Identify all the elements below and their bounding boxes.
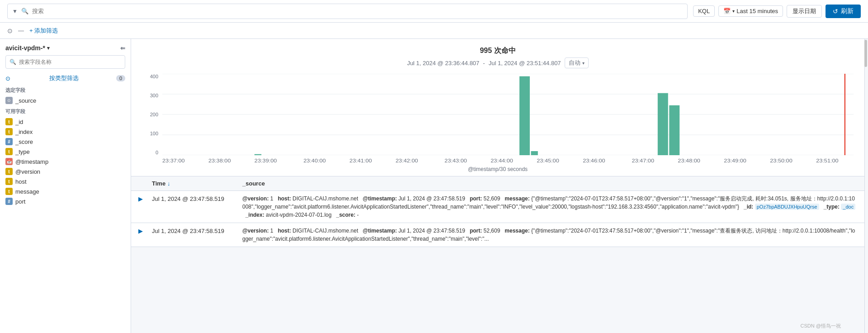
- row-time: Jul 1, 2024 @ 23:47:58.519: [152, 195, 242, 202]
- selected-fields-label: 选定字段: [0, 84, 131, 95]
- version-field-icon: t: [5, 168, 13, 175]
- type-filter[interactable]: ⊙ 按类型筛选 0: [0, 72, 131, 84]
- chart-date-start: Jul 1, 2024 @ 23:36:44.807: [407, 60, 479, 67]
- row-source: @version: 1 host: DIGITAL-CAIJ.mshome.ne…: [242, 195, 857, 219]
- add-filter-button[interactable]: + 添加筛选: [29, 27, 58, 35]
- index-field: _index: avicit-vpdm-2024-07-01.log: [245, 212, 335, 218]
- expand-row-button[interactable]: ▶: [138, 227, 152, 234]
- host-field-label: host: [15, 178, 27, 185]
- port-field-icon: #: [5, 198, 13, 205]
- host-field2: host: DIGITAL-CAIJ.mshome.net: [278, 228, 361, 234]
- svg-rect-6: [519, 76, 530, 155]
- chart-timestamp-label: @timestamp/30 seconds: [142, 166, 854, 172]
- calendar-icon: 📅: [723, 8, 731, 14]
- type-filter-icon: ⊙: [5, 75, 10, 82]
- expand-row-button[interactable]: ▶: [138, 195, 152, 202]
- host-field-icon: t: [5, 178, 13, 185]
- field-item-port[interactable]: # port: [0, 196, 131, 206]
- field-item-timestamp[interactable]: 📅 @timestamp: [0, 157, 131, 166]
- version-field2: @version: 1: [242, 228, 276, 234]
- score-field-label: _score: [15, 138, 33, 145]
- field-search-box[interactable]: 🔍: [5, 55, 125, 69]
- svg-text:23:42:00: 23:42:00: [396, 158, 418, 163]
- col-time-header[interactable]: Time ↓: [152, 180, 242, 187]
- id-field-icon: t: [5, 118, 13, 125]
- index-name[interactable]: avicit-vpdm-* ▾: [5, 44, 50, 52]
- score-field: _score: -: [336, 212, 359, 218]
- ts-field: @timestamp: Jul 1, 2024 @ 23:47:58.519: [363, 195, 468, 202]
- version-field-label: @version: [15, 168, 40, 175]
- auto-label: 自动: [569, 59, 580, 67]
- y-label-100: 100: [150, 131, 158, 136]
- index-chevron: ▾: [47, 45, 50, 51]
- toolbar-left: ▼ 🔍: [7, 4, 688, 19]
- chart-title: 995 次命中: [142, 46, 854, 56]
- refresh-button[interactable]: ↺ 刷新: [826, 5, 861, 18]
- time-picker[interactable]: 📅 ▾ Last 15 minutes: [718, 5, 783, 17]
- search-box[interactable]: ▼ 🔍: [7, 4, 688, 19]
- time-range-label: Last 15 minutes: [736, 8, 778, 14]
- auto-interval-selector[interactable]: 自动 ▾: [565, 57, 589, 68]
- field-search-input[interactable]: [19, 59, 121, 65]
- field-item-score[interactable]: # _score: [0, 137, 131, 147]
- type-field-label: _type: [15, 148, 30, 155]
- svg-rect-7: [531, 151, 538, 155]
- bars-svg: [162, 74, 854, 155]
- right-scrollbar[interactable]: [864, 39, 868, 333]
- circle-icon: ⊙: [7, 27, 13, 34]
- search-input[interactable]: [32, 8, 683, 14]
- port-field2: port: 52,609: [470, 228, 503, 234]
- field-item-index[interactable]: t _index: [0, 127, 131, 137]
- col-source-header: _source: [242, 180, 857, 187]
- chart-bars: [162, 74, 854, 155]
- top-toolbar: ▼ 🔍 KQL 📅 ▾ Last 15 minutes 显示日期 ↺ 刷新: [0, 0, 868, 23]
- timestamp-field-icon: 📅: [5, 158, 13, 165]
- field-item-id[interactable]: t _id: [0, 117, 131, 127]
- filter-bar: ⊙ — + 添加筛选: [0, 23, 868, 39]
- table-row: ▶ Jul 1, 2024 @ 23:47:58.519 @version: 1…: [131, 223, 864, 247]
- table-row-main[interactable]: ▶ Jul 1, 2024 @ 23:47:58.519 @version: 1…: [131, 191, 864, 223]
- sort-icon[interactable]: ↓: [167, 180, 170, 187]
- svg-text:23:48:00: 23:48:00: [678, 158, 700, 163]
- row-time: Jul 1, 2024 @ 23:47:58.519: [152, 227, 242, 234]
- svg-text:23:40:00: 23:40:00: [303, 158, 326, 163]
- field-item-source[interactable]: ⊙ _source: [0, 95, 131, 105]
- field-item-message[interactable]: t message: [0, 186, 131, 196]
- chart-date-end: Jul 1, 2024 @ 23:51:44.807: [489, 60, 561, 67]
- timestamp-field-label: @timestamp: [15, 158, 48, 165]
- host-field: host: DIGITAL-CAIJ.mshome.net: [278, 195, 361, 202]
- minus-icon: —: [18, 27, 24, 34]
- content-area: 995 次命中 Jul 1, 2024 @ 23:36:44.807 - Jul…: [131, 39, 864, 333]
- row-source: @version: 1 host: DIGITAL-CAIJ.mshome.ne…: [242, 227, 857, 243]
- scrollbar-thumb: [864, 40, 867, 67]
- field-item-version[interactable]: t @version: [0, 166, 131, 176]
- sidebar-index-header: avicit-vpdm-* ▾ ⇐: [0, 44, 131, 55]
- message-field-label: message: [15, 188, 39, 195]
- svg-text:23:38:00: 23:38:00: [208, 158, 231, 163]
- port-field-label: port: [15, 198, 25, 205]
- svg-text:23:49:00: 23:49:00: [724, 158, 746, 163]
- port-field: port: 52,609: [470, 195, 503, 202]
- svg-text:23:43:00: 23:43:00: [444, 158, 467, 163]
- field-item-host[interactable]: t host: [0, 176, 131, 186]
- field-search-icon: 🔍: [9, 59, 16, 65]
- svg-text:23:45:00: 23:45:00: [537, 158, 559, 163]
- source-icon: ⊙: [5, 97, 13, 104]
- refresh-label: 刷新: [841, 7, 854, 15]
- svg-text:23:44:00: 23:44:00: [491, 158, 513, 163]
- show-date-button[interactable]: 显示日期: [787, 5, 822, 18]
- svg-text:23:50:00: 23:50:00: [770, 158, 793, 163]
- svg-rect-9: [669, 105, 679, 155]
- collapse-sidebar-icon[interactable]: ⇐: [120, 45, 125, 52]
- table-row-main[interactable]: ▶ Jul 1, 2024 @ 23:47:58.519 @version: 1…: [131, 223, 864, 247]
- svg-text:23:37:00: 23:37:00: [162, 158, 185, 163]
- index-field-label: _index: [15, 128, 33, 135]
- search-icon: 🔍: [21, 8, 28, 14]
- table-area: Time ↓ _source ▶ Jul 1, 2024 @ 23:47:58.…: [131, 176, 864, 247]
- source-label: _source: [15, 97, 36, 104]
- svg-text:23:51:00: 23:51:00: [816, 158, 839, 163]
- svg-text:23:39:00: 23:39:00: [255, 158, 277, 163]
- field-item-type[interactable]: t _type: [0, 147, 131, 157]
- id-field-label: _id: [15, 119, 23, 125]
- kql-button[interactable]: KQL: [693, 5, 715, 17]
